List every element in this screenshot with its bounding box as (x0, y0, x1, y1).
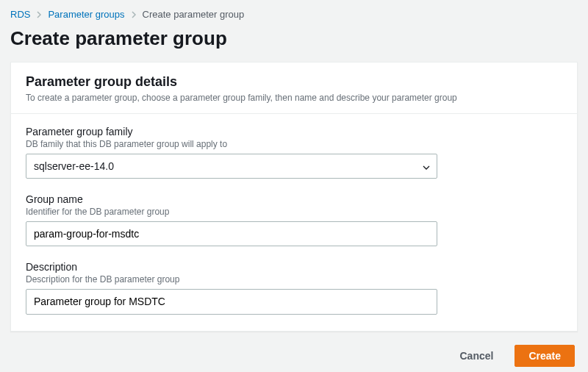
field-description: Description Description for the DB param… (26, 261, 562, 314)
panel-header: Parameter group details To create a para… (11, 62, 577, 114)
group-name-input[interactable] (26, 221, 437, 246)
field-label: Parameter group family (26, 126, 562, 137)
field-label: Description (26, 261, 562, 273)
family-select-value[interactable]: sqlserver-ee-14.0 (26, 154, 437, 179)
chevron-right-icon (131, 11, 137, 18)
breadcrumb-link-rds[interactable]: RDS (10, 9, 30, 20)
actions-row: Cancel Create (10, 345, 578, 367)
breadcrumb: RDS Parameter groups Create parameter gr… (10, 9, 578, 20)
chevron-right-icon (36, 11, 42, 18)
field-hint: Description for the DB parameter group (26, 274, 562, 285)
panel-subtitle: To create a parameter group, choose a pa… (26, 93, 562, 103)
panel-body: Parameter group family DB family that th… (11, 114, 577, 331)
page-title: Create parameter group (10, 27, 578, 50)
breadcrumb-link-parameter-groups[interactable]: Parameter groups (48, 9, 124, 20)
field-label: Group name (26, 193, 562, 205)
cancel-button[interactable]: Cancel (445, 345, 507, 367)
field-hint: Identifier for the DB parameter group (26, 207, 562, 217)
family-select[interactable]: sqlserver-ee-14.0 (26, 154, 437, 179)
field-hint: DB family that this DB parameter group w… (26, 139, 562, 149)
field-group-name: Group name Identifier for the DB paramet… (26, 193, 562, 246)
panel-title: Parameter group details (26, 74, 562, 90)
breadcrumb-current: Create parameter group (143, 9, 245, 20)
panel-parameter-group-details: Parameter group details To create a para… (10, 62, 578, 332)
field-parameter-group-family: Parameter group family DB family that th… (26, 126, 562, 179)
create-button[interactable]: Create (514, 345, 575, 367)
description-input[interactable] (26, 289, 437, 314)
